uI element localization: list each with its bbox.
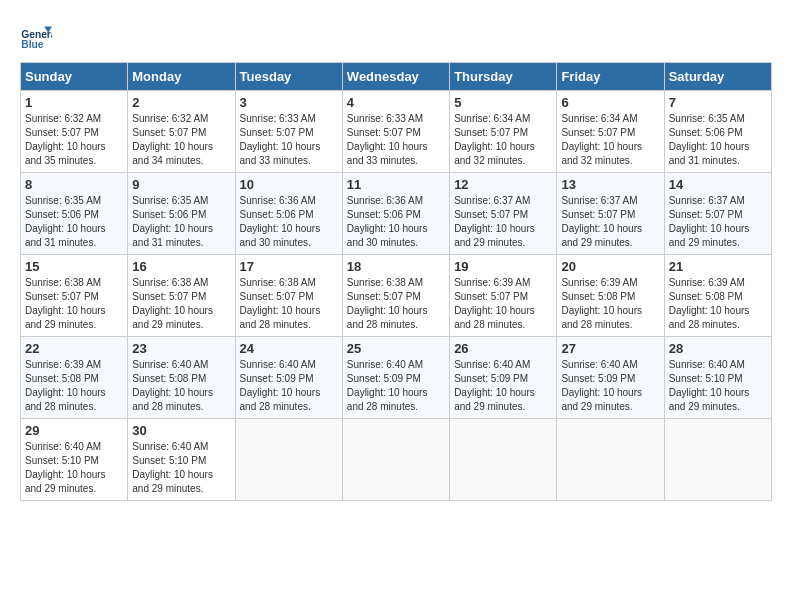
day-info: Sunrise: 6:32 AM Sunset: 5:07 PM Dayligh… xyxy=(132,112,230,168)
sunrise-label: Sunrise: 6:39 AM xyxy=(25,359,101,370)
sunrise-label: Sunrise: 6:32 AM xyxy=(132,113,208,124)
daylight-minutes: and 28 minutes. xyxy=(347,319,418,330)
daylight-label: Daylight: 10 hours xyxy=(454,305,535,316)
daylight-minutes: and 33 minutes. xyxy=(347,155,418,166)
sunrise-label: Sunrise: 6:38 AM xyxy=(132,277,208,288)
day-info: Sunrise: 6:33 AM Sunset: 5:07 PM Dayligh… xyxy=(347,112,445,168)
day-info: Sunrise: 6:35 AM Sunset: 5:06 PM Dayligh… xyxy=(132,194,230,250)
daylight-label: Daylight: 10 hours xyxy=(25,141,106,152)
sunset-label: Sunset: 5:07 PM xyxy=(25,291,99,302)
calendar-cell: 9 Sunrise: 6:35 AM Sunset: 5:06 PM Dayli… xyxy=(128,173,235,255)
day-number: 13 xyxy=(561,177,659,192)
day-info: Sunrise: 6:40 AM Sunset: 5:09 PM Dayligh… xyxy=(347,358,445,414)
calendar-cell: 27 Sunrise: 6:40 AM Sunset: 5:09 PM Dayl… xyxy=(557,337,664,419)
calendar-cell: 23 Sunrise: 6:40 AM Sunset: 5:08 PM Dayl… xyxy=(128,337,235,419)
day-info: Sunrise: 6:34 AM Sunset: 5:07 PM Dayligh… xyxy=(561,112,659,168)
daylight-label: Daylight: 10 hours xyxy=(240,223,321,234)
sunset-label: Sunset: 5:07 PM xyxy=(347,291,421,302)
calendar-cell xyxy=(664,419,771,501)
daylight-minutes: and 31 minutes. xyxy=(669,155,740,166)
daylight-label: Daylight: 10 hours xyxy=(454,387,535,398)
day-info: Sunrise: 6:37 AM Sunset: 5:07 PM Dayligh… xyxy=(561,194,659,250)
daylight-label: Daylight: 10 hours xyxy=(240,305,321,316)
sunset-label: Sunset: 5:06 PM xyxy=(132,209,206,220)
daylight-minutes: and 28 minutes. xyxy=(454,319,525,330)
day-info: Sunrise: 6:40 AM Sunset: 5:09 PM Dayligh… xyxy=(561,358,659,414)
day-info: Sunrise: 6:34 AM Sunset: 5:07 PM Dayligh… xyxy=(454,112,552,168)
day-number: 20 xyxy=(561,259,659,274)
daylight-minutes: and 28 minutes. xyxy=(25,401,96,412)
daylight-label: Daylight: 10 hours xyxy=(561,387,642,398)
sunrise-label: Sunrise: 6:40 AM xyxy=(669,359,745,370)
daylight-minutes: and 29 minutes. xyxy=(132,319,203,330)
day-number: 18 xyxy=(347,259,445,274)
page-header: General Blue xyxy=(20,20,772,52)
sunrise-label: Sunrise: 6:37 AM xyxy=(561,195,637,206)
day-info: Sunrise: 6:39 AM Sunset: 5:08 PM Dayligh… xyxy=(25,358,123,414)
daylight-label: Daylight: 10 hours xyxy=(132,223,213,234)
sunrise-label: Sunrise: 6:40 AM xyxy=(454,359,530,370)
daylight-label: Daylight: 10 hours xyxy=(669,387,750,398)
day-number: 29 xyxy=(25,423,123,438)
sunset-label: Sunset: 5:09 PM xyxy=(561,373,635,384)
daylight-label: Daylight: 10 hours xyxy=(347,305,428,316)
sunrise-label: Sunrise: 6:40 AM xyxy=(561,359,637,370)
day-info: Sunrise: 6:36 AM Sunset: 5:06 PM Dayligh… xyxy=(347,194,445,250)
calendar-cell: 3 Sunrise: 6:33 AM Sunset: 5:07 PM Dayli… xyxy=(235,91,342,173)
daylight-minutes: and 29 minutes. xyxy=(669,237,740,248)
day-number: 30 xyxy=(132,423,230,438)
day-info: Sunrise: 6:38 AM Sunset: 5:07 PM Dayligh… xyxy=(132,276,230,332)
sunrise-label: Sunrise: 6:32 AM xyxy=(25,113,101,124)
sunrise-label: Sunrise: 6:39 AM xyxy=(561,277,637,288)
sunrise-label: Sunrise: 6:34 AM xyxy=(454,113,530,124)
sunset-label: Sunset: 5:10 PM xyxy=(132,455,206,466)
sunset-label: Sunset: 5:10 PM xyxy=(25,455,99,466)
daylight-label: Daylight: 10 hours xyxy=(669,141,750,152)
sunrise-label: Sunrise: 6:35 AM xyxy=(132,195,208,206)
calendar-week-row: 15 Sunrise: 6:38 AM Sunset: 5:07 PM Dayl… xyxy=(21,255,772,337)
day-info: Sunrise: 6:36 AM Sunset: 5:06 PM Dayligh… xyxy=(240,194,338,250)
sunset-label: Sunset: 5:06 PM xyxy=(669,127,743,138)
day-number: 12 xyxy=(454,177,552,192)
sunset-label: Sunset: 5:07 PM xyxy=(240,127,314,138)
day-info: Sunrise: 6:37 AM Sunset: 5:07 PM Dayligh… xyxy=(669,194,767,250)
day-number: 1 xyxy=(25,95,123,110)
sunrise-label: Sunrise: 6:36 AM xyxy=(240,195,316,206)
calendar-cell: 1 Sunrise: 6:32 AM Sunset: 5:07 PM Dayli… xyxy=(21,91,128,173)
sunset-label: Sunset: 5:08 PM xyxy=(561,291,635,302)
sunrise-label: Sunrise: 6:36 AM xyxy=(347,195,423,206)
calendar-cell: 29 Sunrise: 6:40 AM Sunset: 5:10 PM Dayl… xyxy=(21,419,128,501)
logo: General Blue xyxy=(20,20,56,52)
sunrise-label: Sunrise: 6:39 AM xyxy=(454,277,530,288)
calendar-cell xyxy=(557,419,664,501)
day-number: 28 xyxy=(669,341,767,356)
daylight-minutes: and 29 minutes. xyxy=(561,237,632,248)
day-info: Sunrise: 6:33 AM Sunset: 5:07 PM Dayligh… xyxy=(240,112,338,168)
day-number: 15 xyxy=(25,259,123,274)
day-info: Sunrise: 6:40 AM Sunset: 5:10 PM Dayligh… xyxy=(25,440,123,496)
calendar-body: 1 Sunrise: 6:32 AM Sunset: 5:07 PM Dayli… xyxy=(21,91,772,501)
daylight-minutes: and 29 minutes. xyxy=(454,237,525,248)
sunset-label: Sunset: 5:07 PM xyxy=(132,127,206,138)
sunrise-label: Sunrise: 6:40 AM xyxy=(25,441,101,452)
sunset-label: Sunset: 5:09 PM xyxy=(240,373,314,384)
day-info: Sunrise: 6:38 AM Sunset: 5:07 PM Dayligh… xyxy=(347,276,445,332)
day-number: 6 xyxy=(561,95,659,110)
sunset-label: Sunset: 5:07 PM xyxy=(561,127,635,138)
daylight-minutes: and 35 minutes. xyxy=(25,155,96,166)
sunrise-label: Sunrise: 6:37 AM xyxy=(454,195,530,206)
day-info: Sunrise: 6:39 AM Sunset: 5:07 PM Dayligh… xyxy=(454,276,552,332)
sunset-label: Sunset: 5:08 PM xyxy=(132,373,206,384)
calendar-cell: 18 Sunrise: 6:38 AM Sunset: 5:07 PM Dayl… xyxy=(342,255,449,337)
day-number: 5 xyxy=(454,95,552,110)
calendar-cell xyxy=(235,419,342,501)
day-info: Sunrise: 6:40 AM Sunset: 5:09 PM Dayligh… xyxy=(454,358,552,414)
header-cell-thursday: Thursday xyxy=(450,63,557,91)
calendar-cell: 13 Sunrise: 6:37 AM Sunset: 5:07 PM Dayl… xyxy=(557,173,664,255)
daylight-minutes: and 32 minutes. xyxy=(454,155,525,166)
day-number: 8 xyxy=(25,177,123,192)
calendar-cell: 19 Sunrise: 6:39 AM Sunset: 5:07 PM Dayl… xyxy=(450,255,557,337)
calendar-cell: 5 Sunrise: 6:34 AM Sunset: 5:07 PM Dayli… xyxy=(450,91,557,173)
day-number: 16 xyxy=(132,259,230,274)
sunset-label: Sunset: 5:06 PM xyxy=(25,209,99,220)
